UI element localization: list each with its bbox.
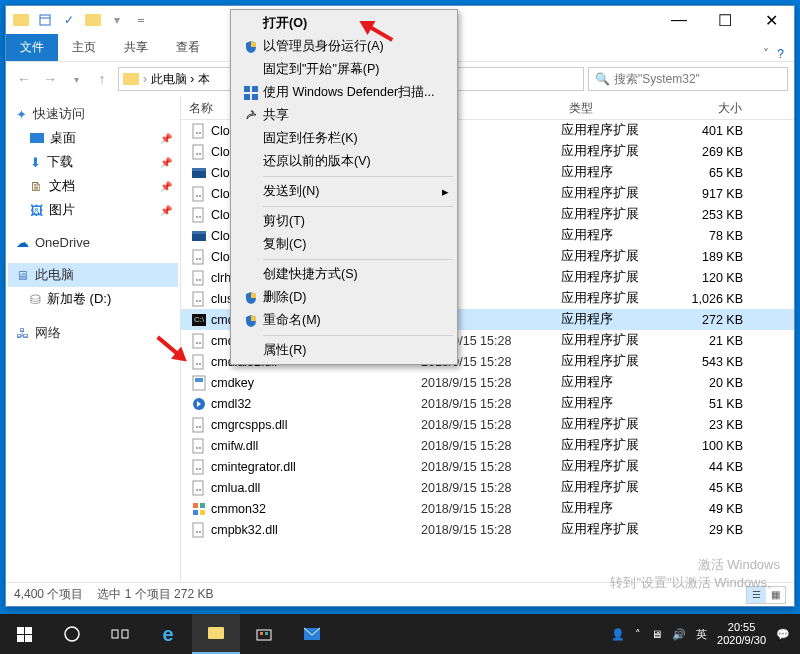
qat-check[interactable]: ✓ xyxy=(58,9,80,31)
qat-new-folder[interactable] xyxy=(82,9,104,31)
nav-back[interactable]: ← xyxy=(12,67,36,91)
col-size[interactable]: 大小 xyxy=(671,96,751,119)
pictures-icon: 🖼 xyxy=(30,203,43,218)
cm-copy[interactable]: 复制(C) xyxy=(233,233,455,256)
close-button[interactable]: ✕ xyxy=(748,6,794,34)
file-icon: C:\ xyxy=(191,312,207,328)
tab-home[interactable]: 主页 xyxy=(58,34,110,61)
file-size: 51 KB xyxy=(671,397,751,411)
cm-properties[interactable]: 属性(R) xyxy=(233,339,455,362)
file-icon xyxy=(191,417,207,433)
nav-recent[interactable]: ▾ xyxy=(64,67,88,91)
sidebar-thispc[interactable]: 🖥此电脑 xyxy=(8,263,178,287)
tab-file[interactable]: 文件 xyxy=(6,34,58,61)
svg-rect-66 xyxy=(265,632,268,635)
sidebar-downloads[interactable]: ⬇下载📌 xyxy=(8,150,178,174)
qat-props[interactable] xyxy=(34,9,56,31)
minimize-button[interactable]: — xyxy=(656,6,702,34)
windows-icon xyxy=(17,627,32,642)
file-type: 应用程序扩展 xyxy=(561,458,671,475)
pin-icon: 📌 xyxy=(160,205,172,216)
separator xyxy=(263,206,453,207)
tab-share[interactable]: 共享 xyxy=(110,34,162,61)
maximize-button[interactable]: ☐ xyxy=(702,6,748,34)
mail-button[interactable] xyxy=(288,614,336,654)
svg-point-56 xyxy=(199,531,201,533)
file-date: 2018/9/15 15:28 xyxy=(421,502,561,516)
cm-shortcut[interactable]: 创建快捷方式(S) xyxy=(233,263,455,286)
svg-point-22 xyxy=(196,279,198,281)
pin-icon: 📌 xyxy=(160,133,172,144)
sidebar-pictures[interactable]: 🖼图片📌 xyxy=(8,198,178,222)
download-icon: ⬇ xyxy=(30,155,41,170)
svg-point-12 xyxy=(199,195,201,197)
cm-sendto[interactable]: 发送到(N)▸ xyxy=(233,180,455,203)
ribbon-chevron-icon[interactable]: ˅ xyxy=(763,47,769,61)
taskview-button[interactable] xyxy=(96,614,144,654)
cm-cut[interactable]: 剪切(T) xyxy=(233,210,455,233)
file-date: 2018/9/15 15:28 xyxy=(421,460,561,474)
sidebar-newvol[interactable]: ⛁新加卷 (D:) xyxy=(8,287,178,311)
file-row[interactable]: cmintegrator.dll2018/9/15 15:28应用程序扩展44 … xyxy=(181,456,794,477)
svg-rect-10 xyxy=(193,187,203,201)
tray-chevron-icon[interactable]: ˄ xyxy=(635,628,641,641)
start-button[interactable] xyxy=(0,614,48,654)
file-row[interactable]: cmdkey2018/9/15 15:28应用程序20 KB xyxy=(181,372,794,393)
tray-notifications-icon[interactable]: 💬 xyxy=(776,628,790,641)
col-type[interactable]: 类型 xyxy=(561,96,671,119)
tab-view[interactable]: 查看 xyxy=(162,34,214,61)
file-row[interactable]: cmpbk32.dll2018/9/15 15:28应用程序扩展29 KB xyxy=(181,519,794,540)
qat-more[interactable]: ＝ xyxy=(130,9,152,31)
svg-point-33 xyxy=(196,363,198,365)
pc-icon: 🖥 xyxy=(16,268,29,283)
cm-pin-taskbar[interactable]: 固定到任务栏(K) xyxy=(233,127,455,150)
svg-point-30 xyxy=(196,342,198,344)
file-size: 401 KB xyxy=(671,124,751,138)
folder-icon xyxy=(208,627,224,639)
sidebar-onedrive[interactable]: ☁OneDrive xyxy=(8,232,178,253)
taskbar-clock[interactable]: 20:55 2020/9/30 xyxy=(717,621,766,647)
file-row[interactable]: cmmon322018/9/15 15:28应用程序49 KB xyxy=(181,498,794,519)
cm-share[interactable]: 共享 xyxy=(233,104,455,127)
sidebar-quick-access[interactable]: ✦快速访问 xyxy=(8,102,178,126)
file-row[interactable]: cmifw.dll2018/9/15 15:28应用程序扩展100 KB xyxy=(181,435,794,456)
tray-ime[interactable]: 英 xyxy=(696,627,707,642)
shield-icon xyxy=(239,314,263,328)
tray-people-icon[interactable]: 👤 xyxy=(611,628,625,641)
file-type: 应用程序扩展 xyxy=(561,269,671,286)
cm-defender[interactable]: 使用 Windows Defender扫描... xyxy=(233,81,455,104)
file-type: 应用程序 xyxy=(561,500,671,517)
sidebar-documents[interactable]: 🗎文档📌 xyxy=(8,174,178,198)
edge-button[interactable]: e xyxy=(144,614,192,654)
cm-pin-start[interactable]: 固定到"开始"屏幕(P) xyxy=(233,58,455,81)
file-icon xyxy=(191,123,207,139)
nav-fwd[interactable]: → xyxy=(38,67,62,91)
cm-runas[interactable]: 以管理员身份运行(A) xyxy=(233,35,455,58)
drive-icon: ⛁ xyxy=(30,292,41,307)
file-row[interactable]: cmgrcspps.dll2018/9/15 15:28应用程序扩展23 KB xyxy=(181,414,794,435)
cm-delete[interactable]: 删除(D) xyxy=(233,286,455,309)
svg-point-55 xyxy=(196,531,198,533)
svg-rect-47 xyxy=(193,481,203,495)
svg-point-31 xyxy=(199,342,201,344)
cortana-button[interactable] xyxy=(48,614,96,654)
file-row[interactable]: cmlua.dll2018/9/15 15:28应用程序扩展45 KB xyxy=(181,477,794,498)
tray-volume-icon[interactable]: 🔊 xyxy=(672,628,686,641)
file-date: 2018/9/15 15:28 xyxy=(421,418,561,432)
cm-rename[interactable]: 重命名(M) xyxy=(233,309,455,332)
nav-up[interactable]: ↑ xyxy=(90,67,114,91)
search-input[interactable]: 🔍 搜索"System32" xyxy=(588,67,788,91)
svg-rect-59 xyxy=(244,94,250,100)
file-icon xyxy=(191,249,207,265)
explorer-button[interactable] xyxy=(192,614,240,654)
cm-restore[interactable]: 还原以前的版本(V) xyxy=(233,150,455,173)
svg-text:C:\: C:\ xyxy=(194,315,205,324)
store-button[interactable] xyxy=(240,614,288,654)
file-row[interactable]: cmdl322018/9/15 15:28应用程序51 KB xyxy=(181,393,794,414)
tray-network-icon[interactable]: 🖥 xyxy=(651,628,662,640)
svg-point-19 xyxy=(196,258,198,260)
sidebar-desktop[interactable]: 桌面📌 xyxy=(8,126,178,150)
cm-open[interactable]: 打开(O) xyxy=(233,12,455,35)
file-date: 2018/9/15 15:28 xyxy=(421,397,561,411)
help-icon[interactable]: ? xyxy=(777,47,784,61)
